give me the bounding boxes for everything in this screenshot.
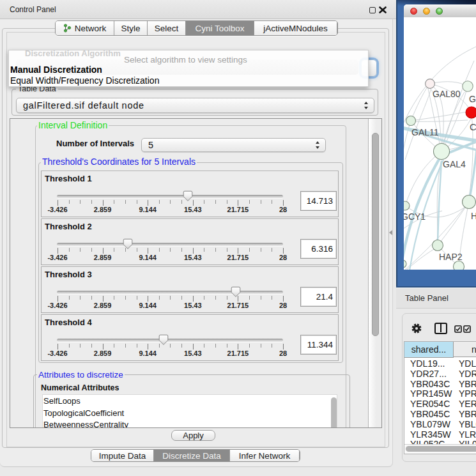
svg-text:C: C xyxy=(470,121,476,132)
svg-text:GA: GA xyxy=(469,94,476,104)
svg-text:GAL11: GAL11 xyxy=(411,127,439,137)
svg-text:GAL4: GAL4 xyxy=(443,159,466,169)
svg-text:GAL80: GAL80 xyxy=(433,89,461,99)
svg-text:GCY1: GCY1 xyxy=(404,211,426,222)
svg-text:HAP2: HAP2 xyxy=(439,252,463,262)
svg-text:H: H xyxy=(471,211,476,221)
